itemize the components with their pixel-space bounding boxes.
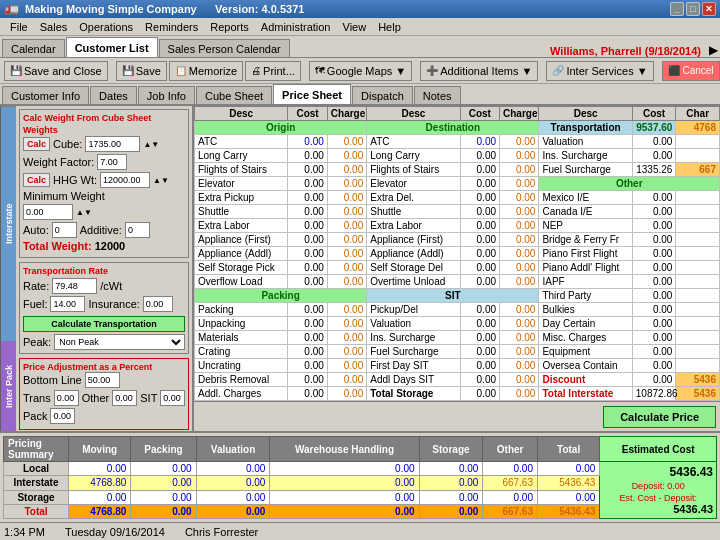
google-maps-button[interactable]: 🗺 Google Maps ▼ (309, 61, 412, 81)
cancel-button[interactable]: ⬛ Cancel (662, 61, 720, 81)
calc-price-button[interactable]: Calculate Price (603, 406, 716, 428)
table-row: Appliance (Addl)0.000.00 Appliance (Addl… (195, 247, 720, 261)
pack-label: Pack (23, 410, 47, 422)
auto-label: Auto: (23, 224, 49, 236)
pricing-summary-table: Pricing Summary Moving Packing Valuation… (3, 436, 717, 519)
auto-input[interactable] (52, 222, 77, 238)
minimize-button[interactable]: _ (670, 2, 684, 16)
min-weight-spinner[interactable]: ▲▼ (76, 208, 92, 217)
col-cost-right: Cost (632, 107, 676, 121)
additive-input[interactable] (125, 222, 150, 238)
tab-cube-sheet[interactable]: Cube Sheet (196, 86, 272, 104)
status-user: Chris Forrester (185, 526, 258, 538)
other-input[interactable] (112, 390, 137, 406)
pct-title: Price Adjustment as a Percent (23, 362, 185, 372)
peak-select[interactable]: Non Peak Peak (54, 334, 185, 350)
table-row: Uncrating0.000.00 First Day SIT0.000.00 … (195, 359, 720, 373)
col-storage: Storage (419, 437, 483, 462)
tab-dispatch[interactable]: Dispatch (352, 86, 413, 104)
hhg-label: HHG Wt: (53, 174, 97, 186)
app-title: Making Moving Simple Company Version: 4.… (25, 3, 304, 15)
calc-hhg-button[interactable]: Calc (23, 173, 50, 187)
scroll-right[interactable]: ▶ (709, 43, 718, 57)
menu-help[interactable]: Help (372, 21, 407, 33)
calc-weight-section: Calc Weight From Cube Sheet Weights Calc… (19, 109, 189, 258)
inter-services-button[interactable]: 🔗 Inter Services ▼ (546, 61, 653, 81)
menu-administration[interactable]: Administration (255, 21, 337, 33)
cube-label: Cube: (53, 138, 82, 150)
calc-transport-button[interactable]: Calculate Transportation (23, 316, 185, 332)
save-button[interactable]: 💾 Save (116, 61, 167, 81)
bottom-line-input[interactable] (85, 372, 120, 388)
col-charge-dest: Charge (500, 107, 539, 121)
customer-info: Williams, Pharrell (9/18/2014) (550, 45, 709, 57)
table-row: Appliance (First)0.000.00 Appliance (Fir… (195, 233, 720, 247)
sit-input[interactable] (160, 390, 185, 406)
tab-price-sheet[interactable]: Price Sheet (273, 84, 351, 104)
hhg-input[interactable] (100, 172, 150, 188)
col-desc-dest: Desc (367, 107, 460, 121)
status-time: 1:34 PM (4, 526, 45, 538)
price-adjustment-section: Price Adjustment as a Percent Bottom Lin… (19, 358, 189, 430)
table-row: Shuttle0.000.00 Shuttle0.000.00 Canada I… (195, 205, 720, 219)
min-weight-label: Minimum Weight (23, 190, 105, 202)
transport-cost-val: 9537.60 (632, 121, 676, 135)
col-other: Other (483, 437, 538, 462)
toolbar: 💾 Save and Close 💾 Save 📋 Memorize 🖨 Pri… (0, 58, 720, 84)
pricing-summary: Pricing Summary Moving Packing Valuation… (0, 431, 720, 522)
tab-customer-info[interactable]: Customer Info (2, 86, 89, 104)
menu-operations[interactable]: Operations (73, 21, 139, 33)
weight-factor-input[interactable] (97, 154, 127, 170)
menu-reports[interactable]: Reports (204, 21, 255, 33)
transport-rate-section: Transportation Rate Rate: /cWt Fuel: Ins… (19, 262, 189, 354)
table-row: Debris Removal0.000.00 Addl Days SIT0.00… (195, 373, 720, 387)
rate-input[interactable] (52, 278, 97, 294)
col-charge-origin: Charge (327, 107, 366, 121)
close-button[interactable]: ✕ (702, 2, 716, 16)
tab-dates[interactable]: Dates (90, 86, 137, 104)
tab-notes[interactable]: Notes (414, 86, 461, 104)
insurance-input[interactable] (143, 296, 173, 312)
col-valuation: Valuation (196, 437, 270, 462)
packing-section-header: Packing SIT Third Party0.00 (195, 289, 720, 303)
col-moving: Moving (69, 437, 131, 462)
menu-view[interactable]: View (337, 21, 373, 33)
col-cost-dest: Cost (460, 107, 499, 121)
pack-input[interactable] (50, 408, 75, 424)
cube-spinner[interactable]: ▲▼ (143, 140, 159, 149)
min-weight-input[interactable] (23, 204, 73, 220)
save-close-button[interactable]: 💾 Save and Close (4, 61, 108, 81)
tab-calendar[interactable]: Calendar (2, 39, 65, 57)
estimated-cost-value: 5436.43 (603, 465, 713, 479)
table-row: Long Carry0.000.00 Long Carry0.000.00 In… (195, 149, 720, 163)
title-bar: 🚛 Making Moving Simple Company Version: … (0, 0, 720, 18)
interstate-label: Interstate (0, 106, 16, 341)
col-est-cost: Estimated Cost (600, 437, 717, 462)
col-charge-right: Char (676, 107, 720, 121)
col-desc-right: Desc (539, 107, 632, 121)
hhg-spinner[interactable]: ▲▼ (153, 176, 169, 185)
tab-job-info[interactable]: Job Info (138, 86, 195, 104)
table-row: Extra Labor0.000.00 Extra Labor0.000.00 … (195, 219, 720, 233)
sit-label: SIT (140, 392, 157, 404)
cube-input[interactable] (85, 136, 140, 152)
total-weight-label: Total Weight: (23, 240, 92, 252)
table-row: Addl. Charges0.000.00 Total Storage0.000… (195, 387, 720, 401)
main-data-table: Desc Cost Charge Desc Cost Charge Desc C… (194, 106, 720, 401)
calc-cube-button[interactable]: Calc (23, 137, 50, 151)
col-row-label: Pricing Summary (4, 437, 69, 462)
additional-items-button[interactable]: ➕ Additional Items ▼ (420, 61, 538, 81)
trans-input[interactable] (54, 390, 79, 406)
tab-customer-list[interactable]: Customer List (66, 37, 158, 57)
menu-file[interactable]: File (4, 21, 34, 33)
table-row: Overflow Load0.000.00 Overtime Unload0.0… (195, 275, 720, 289)
menu-sales[interactable]: Sales (34, 21, 74, 33)
table-row: Elevator0.000.00 Elevator0.000.00 Other (195, 177, 720, 191)
memorize-button[interactable]: 📋 Memorize (169, 61, 243, 81)
fuel-input[interactable] (50, 296, 85, 312)
menu-reminders[interactable]: Reminders (139, 21, 204, 33)
maximize-button[interactable]: □ (686, 2, 700, 16)
tab-sales-person-calendar[interactable]: Sales Person Calendar (159, 39, 290, 57)
est-cost-deposit-label: Est. Cost - Deposit: (603, 493, 713, 503)
print-button[interactable]: 🖨 Print... (245, 61, 301, 81)
